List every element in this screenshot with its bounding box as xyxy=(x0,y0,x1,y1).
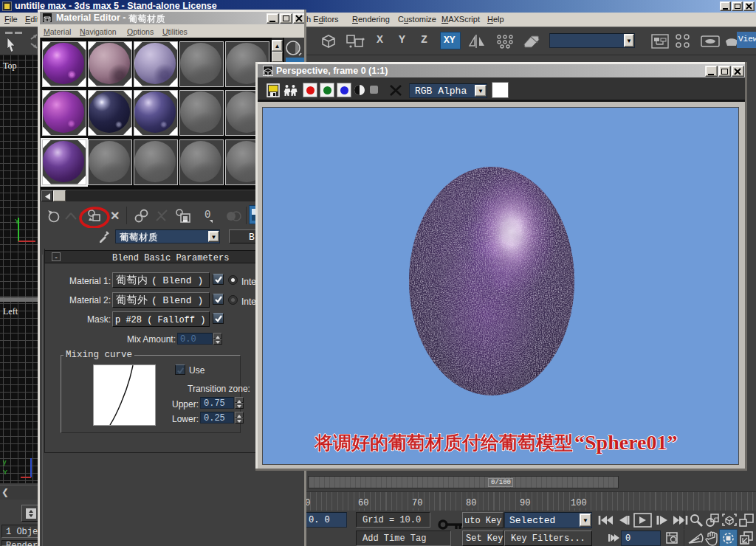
svg-text:Y: Y xyxy=(3,469,7,476)
svg-text:Y: Y xyxy=(15,218,19,225)
svg-text:y: y xyxy=(3,458,7,466)
